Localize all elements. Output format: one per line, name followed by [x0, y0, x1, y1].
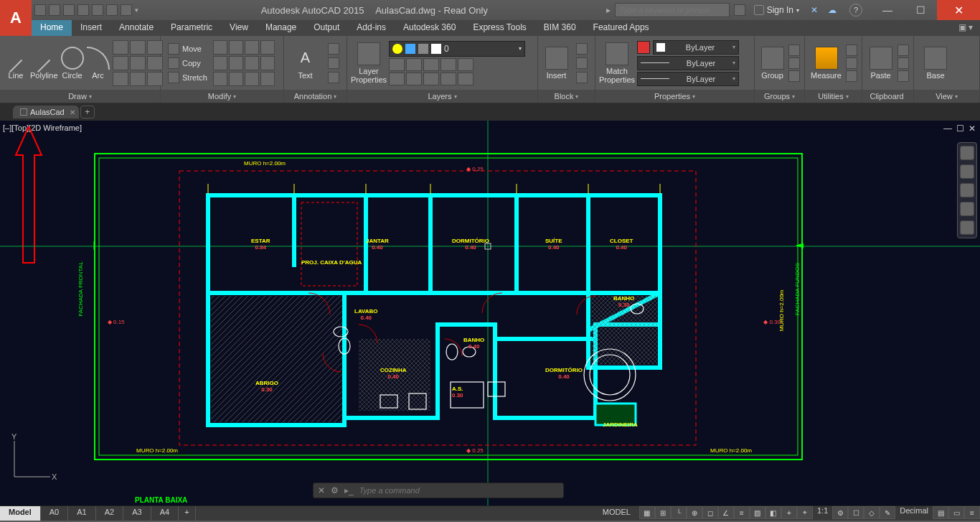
status-qs-icon[interactable]: ◧	[765, 506, 781, 519]
tab-expresstools[interactable]: Express Tools	[464, 20, 534, 36]
color-combo[interactable]: ByLayer	[653, 40, 739, 55]
ribbon-collapse-icon[interactable]: ▣ ▾	[951, 20, 980, 36]
layout-tab-a2[interactable]: A2	[96, 506, 123, 521]
qat-open-icon[interactable]	[49, 4, 60, 16]
nav-pan-icon[interactable]	[960, 164, 974, 179]
qat-dropdown-icon[interactable]: ▾	[135, 6, 138, 14]
paste-button[interactable]: Paste	[867, 39, 895, 87]
close-button[interactable]: ✕	[937, 0, 980, 20]
qat-plot-icon[interactable]	[92, 4, 103, 16]
cmd-config-icon[interactable]: ⚙	[331, 485, 339, 495]
qat-save-icon[interactable]	[63, 4, 75, 16]
drawing-canvas[interactable]: [–][Top][2D Wireframe] — ☐ ✕ FACHADA FRO…	[0, 121, 980, 505]
panel-title-modify[interactable]: Modify	[161, 90, 283, 103]
layer-tools[interactable]	[389, 58, 525, 85]
layout-tab-a4[interactable]: A4	[151, 506, 179, 521]
panel-title-clipboard[interactable]: Clipboard	[862, 90, 913, 103]
sign-in-button[interactable]: Sign In ▾	[750, 5, 804, 15]
panel-title-utilities[interactable]: Utilities	[805, 90, 862, 103]
move-button[interactable]: Move	[165, 42, 210, 55]
status-gear-icon[interactable]: ⚙	[832, 506, 848, 519]
match-properties-button[interactable]: Match Properties	[600, 39, 634, 87]
file-tab-aulascad[interactable]: AulasCad ✕	[13, 106, 79, 118]
search-input[interactable]	[615, 3, 730, 17]
table-tool[interactable]	[325, 57, 342, 70]
polyline-button[interactable]: Polyline	[30, 39, 58, 87]
status-custom-icon[interactable]: ≡	[964, 506, 980, 519]
status-ann-icon[interactable]: ✎	[880, 506, 895, 519]
new-tab-button[interactable]: +	[80, 106, 95, 118]
maximize-button[interactable]: ☐	[904, 0, 937, 20]
cmd-close-icon[interactable]: ✕	[318, 485, 325, 495]
tab-addins[interactable]: Add-ins	[348, 20, 395, 36]
qat-new-icon[interactable]	[34, 4, 46, 16]
tab-output[interactable]: Output	[305, 20, 348, 36]
status-iso-icon[interactable]: ◇	[864, 506, 880, 519]
command-line[interactable]: ✕ ⚙ ▸_	[313, 483, 564, 498]
leader-tool[interactable]	[325, 71, 342, 84]
tab-parametric[interactable]: Parametric	[162, 20, 221, 36]
exchange-icon[interactable]: ✕	[808, 5, 821, 15]
color-swatch[interactable]	[637, 41, 650, 54]
group-button[interactable]: Group	[759, 39, 786, 87]
help-icon[interactable]: ?	[849, 4, 862, 17]
nav-wheel-icon[interactable]	[960, 146, 974, 160]
block-tool-3[interactable]	[573, 71, 590, 84]
panel-title-block[interactable]: Block	[538, 90, 595, 103]
status-lwt-icon[interactable]: ≡	[734, 506, 750, 519]
tab-home[interactable]: Home	[32, 20, 72, 36]
search-chevron-icon[interactable]: ▸	[606, 5, 611, 15]
application-menu-button[interactable]: A	[0, 0, 32, 36]
command-input[interactable]	[359, 486, 559, 495]
insert-block-button[interactable]: Insert	[542, 39, 570, 87]
tab-annotate[interactable]: Annotate	[110, 20, 162, 36]
search-icon[interactable]	[734, 4, 745, 16]
arc-button[interactable]: Arc	[87, 39, 110, 87]
block-tool-2[interactable]	[573, 57, 590, 70]
status-menu-icon[interactable]: ▤	[933, 506, 948, 519]
panel-title-draw[interactable]: Draw	[0, 90, 160, 103]
status-ortho-icon[interactable]: └	[671, 506, 687, 519]
status-osnap-icon[interactable]: ◻	[702, 506, 718, 519]
layout-tab-add[interactable]: +	[179, 506, 195, 521]
status-max-icon[interactable]: ☐	[848, 506, 864, 519]
layer-combo[interactable]: 0 ▾	[389, 41, 525, 57]
copy-button[interactable]: Copy	[165, 57, 210, 70]
line-button[interactable]: Line	[4, 39, 27, 87]
status-clean-icon[interactable]: ▭	[948, 506, 964, 519]
qat-saveas-icon[interactable]	[77, 4, 89, 16]
layout-tab-a0[interactable]: A0	[41, 506, 68, 521]
status-qp-icon[interactable]: +	[781, 506, 797, 519]
close-tab-icon[interactable]: ✕	[70, 108, 75, 116]
lineweight-combo[interactable]: ByLayer	[637, 56, 739, 70]
status-scale[interactable]: 1:1	[813, 506, 832, 521]
panel-title-annotation[interactable]: Annotation	[284, 90, 347, 103]
panel-title-layers[interactable]: Layers	[347, 90, 537, 103]
panel-title-view[interactable]: View	[914, 90, 979, 103]
dim-tool[interactable]	[325, 42, 342, 55]
qat-redo-icon[interactable]	[121, 4, 132, 16]
linetype-combo[interactable]: ByLayer	[637, 72, 739, 86]
qat-undo-icon[interactable]	[106, 4, 118, 16]
panel-title-groups[interactable]: Groups	[755, 90, 804, 103]
status-snap-icon[interactable]: ⊞	[655, 506, 671, 519]
block-tool-1[interactable]	[573, 42, 590, 55]
tab-autodesk360[interactable]: Autodesk 360	[395, 20, 464, 36]
nav-zoom-icon[interactable]	[960, 183, 974, 197]
layer-properties-button[interactable]: Layer Properties	[352, 39, 386, 87]
measure-button[interactable]: Measure	[809, 39, 843, 87]
minimize-button[interactable]: —	[871, 0, 904, 20]
layout-tab-model[interactable]: Model	[0, 506, 41, 521]
status-polar-icon[interactable]: ⊕	[687, 506, 702, 519]
status-sc-icon[interactable]: ⌖	[797, 506, 813, 519]
status-otrack-icon[interactable]: ∠	[718, 506, 734, 519]
tab-featuredapps[interactable]: Featured Apps	[585, 20, 658, 36]
status-model[interactable]: MODEL	[594, 506, 639, 521]
nav-orbit-icon[interactable]	[960, 202, 974, 216]
status-grid-icon[interactable]: ▦	[639, 506, 655, 519]
nav-showmotion-icon[interactable]	[960, 220, 974, 235]
layout-tab-a1[interactable]: A1	[68, 506, 95, 521]
status-units[interactable]: Decimal	[895, 506, 933, 521]
tab-manage[interactable]: Manage	[257, 20, 305, 36]
layout-tab-a3[interactable]: A3	[123, 506, 151, 521]
